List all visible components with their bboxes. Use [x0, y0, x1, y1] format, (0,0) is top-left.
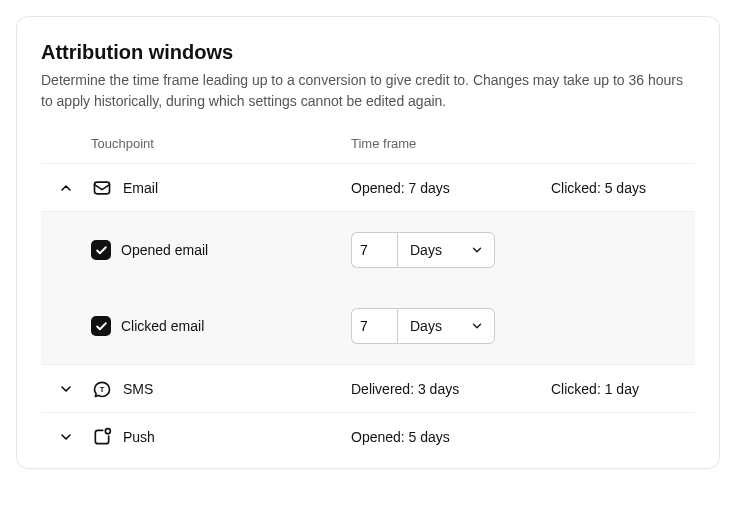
- header-timeframe: Time frame: [351, 136, 551, 151]
- subrow-clicked-email: Clicked email Days: [41, 288, 695, 364]
- chevron-down-icon: [470, 319, 484, 333]
- clicked-email-unit-select[interactable]: Days: [397, 308, 495, 344]
- chevron-down-icon: [58, 429, 74, 445]
- attribution-table: Touchpoint Time frame Email Opened: 7 da…: [41, 136, 695, 460]
- chevron-down-icon: [470, 243, 484, 257]
- clicked-email-unit-label: Days: [410, 318, 442, 334]
- row-email-label: Email: [123, 180, 158, 196]
- svg-point-2: [105, 428, 110, 433]
- svg-text:T: T: [100, 384, 105, 393]
- row-push: Push Opened: 5 days: [41, 412, 695, 460]
- checkbox-clicked-email[interactable]: [91, 316, 111, 336]
- clicked-email-value-input[interactable]: [351, 308, 397, 344]
- section-description: Determine the time frame leading up to a…: [41, 70, 695, 112]
- subrow-opened-email: Opened email Days: [41, 211, 695, 288]
- expand-button-push[interactable]: [41, 429, 91, 445]
- clicked-email-label: Clicked email: [121, 318, 204, 334]
- collapse-button-email[interactable]: [41, 180, 91, 196]
- row-email: Email Opened: 7 days Clicked: 5 days: [41, 163, 695, 211]
- row-sms-label: SMS: [123, 381, 153, 397]
- checkbox-opened-email[interactable]: [91, 240, 111, 260]
- row-sms-summary-clicked: Clicked: 1 day: [551, 381, 695, 397]
- push-icon: [91, 427, 113, 447]
- opened-email-unit-label: Days: [410, 242, 442, 258]
- header-touchpoint: Touchpoint: [91, 136, 351, 151]
- row-push-label: Push: [123, 429, 155, 445]
- row-sms: T SMS Delivered: 3 days Clicked: 1 day: [41, 364, 695, 412]
- sms-icon: T: [91, 379, 113, 399]
- opened-email-value-input[interactable]: [351, 232, 397, 268]
- row-email-summary-opened: Opened: 7 days: [351, 180, 551, 196]
- chevron-up-icon: [58, 180, 74, 196]
- opened-email-label: Opened email: [121, 242, 208, 258]
- table-headers: Touchpoint Time frame: [41, 136, 695, 163]
- svg-rect-0: [95, 182, 110, 194]
- expand-button-sms[interactable]: [41, 381, 91, 397]
- chevron-down-icon: [58, 381, 74, 397]
- mail-icon: [91, 178, 113, 198]
- opened-email-unit-select[interactable]: Days: [397, 232, 495, 268]
- attribution-windows-card: Attribution windows Determine the time f…: [16, 16, 720, 469]
- section-title: Attribution windows: [41, 41, 695, 64]
- row-email-summary-clicked: Clicked: 5 days: [551, 180, 695, 196]
- row-sms-summary-delivered: Delivered: 3 days: [351, 381, 551, 397]
- row-push-summary-opened: Opened: 5 days: [351, 429, 551, 445]
